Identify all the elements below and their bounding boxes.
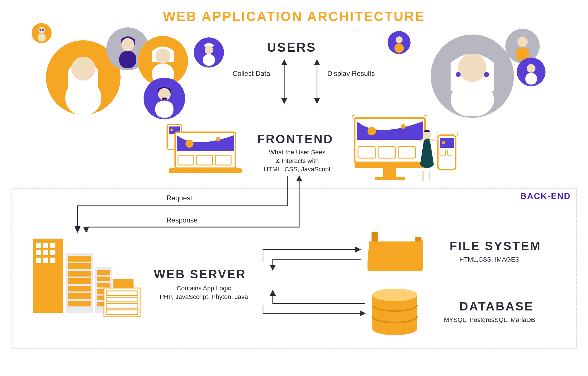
avatar-icon	[431, 34, 514, 118]
svg-rect-76	[68, 263, 91, 269]
svg-rect-68	[36, 250, 41, 255]
svg-point-12	[155, 49, 171, 64]
frontend-sub-line: What the User Sees	[269, 149, 326, 156]
svg-point-19	[205, 46, 213, 54]
svg-rect-66	[43, 243, 48, 248]
database-heading: DATABASE	[459, 300, 534, 313]
svg-point-102	[372, 289, 417, 301]
svg-point-30	[517, 37, 528, 47]
svg-rect-71	[36, 258, 41, 263]
svg-rect-23	[394, 43, 404, 53]
svg-rect-79	[68, 286, 91, 291]
svg-point-9	[121, 38, 134, 51]
svg-rect-85	[97, 283, 110, 287]
svg-rect-65	[36, 243, 41, 248]
webserver-sub-line: Contains App Logic	[177, 285, 231, 292]
frontend-sub-line: HTML, CSS, JavaScript	[264, 166, 330, 173]
avatar-icon	[144, 78, 185, 119]
svg-rect-51	[355, 162, 425, 168]
avatar-icon	[32, 23, 52, 43]
collect-data-label: Collect Data	[233, 70, 270, 78]
response-label: Response	[167, 216, 198, 224]
avatar-icon	[388, 31, 411, 54]
svg-rect-80	[68, 293, 91, 299]
svg-point-39	[185, 140, 194, 148]
svg-point-3	[39, 29, 41, 31]
svg-rect-83	[97, 270, 110, 275]
frontend-subtitle: What the User Sees & Interacts with HTML…	[250, 148, 345, 174]
svg-rect-81	[68, 301, 91, 306]
svg-point-1	[38, 27, 45, 33]
svg-point-101	[372, 323, 417, 335]
svg-rect-34	[525, 73, 537, 85]
svg-point-25	[458, 54, 487, 82]
svg-rect-26	[451, 83, 494, 116]
avatar-icon	[194, 37, 224, 68]
svg-rect-67	[50, 243, 55, 248]
avatar-icon	[517, 57, 546, 86]
filesystem-subtitle: HTML,CSS, IMAGES	[459, 256, 519, 263]
users-heading: USERS	[267, 40, 316, 55]
svg-rect-7	[65, 80, 101, 115]
svg-point-47	[401, 124, 406, 129]
svg-rect-84	[97, 277, 110, 281]
svg-rect-20	[203, 54, 215, 66]
svg-rect-69	[43, 250, 48, 255]
svg-point-27	[456, 72, 461, 77]
svg-point-37	[170, 128, 173, 131]
svg-point-28	[484, 72, 489, 77]
backend-label: BACK-END	[520, 191, 571, 201]
svg-rect-62	[422, 171, 424, 181]
svg-rect-63	[429, 171, 430, 181]
database-icon	[370, 287, 419, 336]
svg-rect-2	[38, 33, 46, 41]
svg-rect-44	[169, 168, 242, 173]
request-label: Request	[167, 194, 192, 202]
webserver-sub-line: PHP, JavaSccript, Phyton, Java	[160, 293, 248, 300]
frontend-heading: FRONTEND	[257, 132, 333, 146]
webserver-subtitle: Contains App Logic PHP, JavaSccript, Phy…	[141, 284, 267, 301]
svg-rect-70	[50, 250, 55, 255]
svg-point-46	[368, 127, 376, 135]
svg-point-40	[216, 137, 220, 141]
devices-icon	[164, 124, 244, 178]
svg-rect-53	[375, 177, 405, 180]
svg-rect-52	[383, 168, 396, 177]
filesystem-heading: FILE SYSTEM	[450, 239, 541, 253]
svg-rect-72	[43, 258, 48, 263]
svg-rect-75	[68, 256, 91, 262]
diagram-title: WEB APPLICATION ARCHITECTURE	[0, 9, 588, 24]
database-subtitle: MYSQL, PostgresSQL, MariaDB	[444, 316, 535, 324]
svg-rect-77	[68, 271, 91, 277]
svg-rect-17	[155, 101, 174, 118]
display-results-label: Display Results	[327, 70, 375, 78]
svg-point-6	[71, 57, 95, 80]
svg-rect-93	[104, 288, 140, 317]
svg-point-22	[396, 36, 403, 43]
designer-devices-icon	[352, 115, 458, 187]
folder-icon	[368, 224, 425, 273]
svg-point-56	[442, 141, 445, 144]
svg-rect-16	[162, 98, 167, 100]
frontend-sub-line: & Interacts with	[276, 157, 319, 164]
svg-rect-78	[68, 278, 91, 284]
server-rack-icon	[103, 287, 141, 319]
svg-point-33	[527, 64, 535, 73]
svg-rect-10	[119, 51, 136, 68]
svg-point-4	[42, 29, 44, 31]
webserver-heading: WEB SERVER	[154, 267, 246, 281]
svg-rect-64	[33, 239, 63, 313]
svg-rect-73	[50, 258, 55, 263]
